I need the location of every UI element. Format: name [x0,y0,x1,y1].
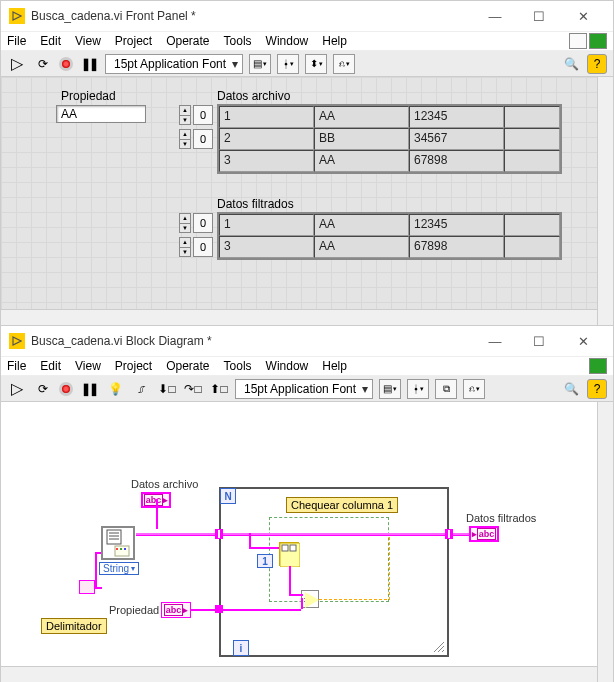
resize-button[interactable]: ⬍▾ [305,54,327,74]
vertical-scrollbar[interactable] [597,77,613,325]
menu-window-bd[interactable]: Window [266,359,309,373]
cell[interactable] [504,150,560,172]
menu-file[interactable]: File [7,34,26,48]
distribute-button-bd[interactable]: ⍿▾ [407,379,429,399]
menu-view-bd[interactable]: View [75,359,101,373]
reorder-button-bd[interactable]: ⎌▾ [463,379,485,399]
row-index-1[interactable]: ▲▼0 [179,105,213,125]
menu-view[interactable]: View [75,34,101,48]
step-over-button[interactable]: ↷□ [183,379,203,399]
equal-node[interactable]: = [301,590,319,608]
search-button[interactable]: 🔍 [561,54,581,74]
cell[interactable]: 2 [219,128,314,150]
run-continuous-button[interactable]: ⟳ [33,54,53,74]
retain-wire-button[interactable]: ⎎ [131,379,151,399]
run-button[interactable]: ▷ [7,54,27,74]
cleanup-button-bd[interactable]: ⧉ [435,379,457,399]
index-array-node[interactable] [279,542,299,566]
cell[interactable]: AA [314,236,409,258]
datos-filtrados-terminal[interactable]: ▸abc [469,526,499,542]
svg-point-2 [116,548,118,550]
cell[interactable]: 3 [219,150,314,172]
cell[interactable]: 12345 [409,214,504,236]
cell[interactable]: 12345 [409,106,504,128]
for-loop-i-terminal[interactable]: i [233,640,249,656]
constant-1[interactable]: 1 [257,554,273,568]
font-select[interactable]: 15pt Application Font ▾ [105,54,243,74]
abort-button-bd[interactable] [59,382,73,396]
cell[interactable]: 67898 [409,150,504,172]
propiedad-input[interactable] [56,105,146,123]
abort-button[interactable] [59,57,73,71]
col-index-1[interactable]: ▲▼0 [179,129,213,149]
cell[interactable] [504,214,560,236]
menu-help-bd[interactable]: Help [322,359,347,373]
cell[interactable]: BB [314,128,409,150]
cell[interactable]: 34567 [409,128,504,150]
col-index-2[interactable]: ▲▼0 [179,237,213,257]
help-button[interactable]: ? [587,54,607,74]
menu-project[interactable]: Project [115,34,152,48]
for-loop-N-terminal[interactable]: N [220,488,236,504]
spreadsheet-string-selector[interactable]: String [99,562,139,575]
maximize-button[interactable]: ☐ [517,1,561,31]
menu-window[interactable]: Window [266,34,309,48]
align-button-bd[interactable]: ▤▾ [379,379,401,399]
reorder-button[interactable]: ⎌▾ [333,54,355,74]
distribute-button[interactable]: ⍿▾ [277,54,299,74]
cell[interactable]: 1 [219,106,314,128]
cell[interactable] [504,236,560,258]
cell[interactable]: AA [314,106,409,128]
highlight-bulb-button[interactable]: 💡 [105,379,125,399]
row-index-2[interactable]: ▲▼0 [179,213,213,233]
pause-button[interactable]: ❚❚ [79,54,99,74]
cell[interactable]: AA [314,214,409,236]
cell[interactable]: AA [314,150,409,172]
wire-delim-to-vi [95,552,101,554]
menu-tools-bd[interactable]: Tools [224,359,252,373]
menu-file-bd[interactable]: File [7,359,26,373]
read-spreadsheet-subvi[interactable] [101,526,135,560]
step-out-button[interactable]: ⬆□ [209,379,229,399]
menu-project-bd[interactable]: Project [115,359,152,373]
vertical-scrollbar-bd[interactable] [597,402,613,682]
menu-operate[interactable]: Operate [166,34,209,48]
close-button[interactable]: ✕ [561,1,605,31]
tunnel-in[interactable] [215,529,223,539]
minimize-button-bd[interactable]: — [473,326,517,356]
cell[interactable]: 3 [219,236,314,258]
run-button-bd[interactable]: ▷ [7,379,27,399]
pause-button-bd[interactable]: ❚❚ [79,379,99,399]
tunnel-prop[interactable] [215,605,223,613]
horizontal-scrollbar-bd[interactable] [1,666,597,682]
step-into-button[interactable]: ⬇□ [157,379,177,399]
delimitador-constant[interactable] [79,580,95,594]
menu-operate-bd[interactable]: Operate [166,359,209,373]
menu-help[interactable]: Help [322,34,347,48]
vi-icon[interactable] [589,33,607,49]
cell[interactable]: 1 [219,214,314,236]
menu-tools[interactable]: Tools [224,34,252,48]
resize-handle-icon[interactable] [433,641,445,653]
run-continuous-button-bd[interactable]: ⟳ [33,379,53,399]
help-button-bd[interactable]: ? [587,379,607,399]
connector-icon[interactable] [569,33,587,49]
cell[interactable] [504,106,560,128]
horizontal-scrollbar[interactable] [1,309,597,325]
minimize-button[interactable]: — [473,1,517,31]
font-select-bd[interactable]: 15pt Application Font ▾ [235,379,373,399]
search-button-bd[interactable]: 🔍 [561,379,581,399]
align-button[interactable]: ▤▾ [249,54,271,74]
datos-archivo-table[interactable]: 1AA12345 2BB34567 3AA67898 [217,104,562,174]
propiedad-terminal[interactable]: abc▸ [161,602,191,618]
cell[interactable]: 67898 [409,236,504,258]
maximize-button-bd[interactable]: ☐ [517,326,561,356]
vi-icon-bd[interactable] [589,358,607,374]
datos-filtrados-table[interactable]: 1AA12345 3AA67898 [217,212,562,260]
menu-edit[interactable]: Edit [40,34,61,48]
front-panel-canvas: Propiedad Datos archivo ▲▼0 ▲▼0 1AA12345… [1,77,597,325]
tunnel-out[interactable] [445,529,453,539]
close-button-bd[interactable]: ✕ [561,326,605,356]
cell[interactable] [504,128,560,150]
menu-edit-bd[interactable]: Edit [40,359,61,373]
